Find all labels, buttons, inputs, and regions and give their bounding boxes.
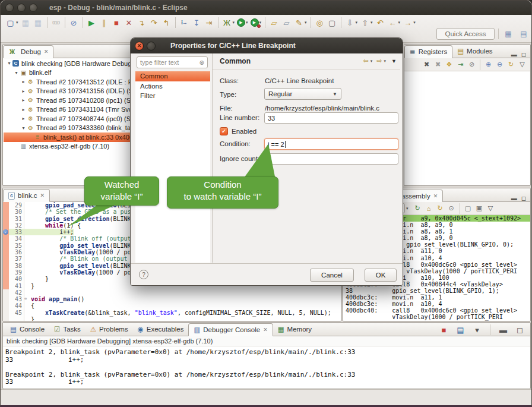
console-dropdown-button[interactable]: ▾ <box>471 324 483 336</box>
external-tools-button[interactable]: ▶▾ <box>249 17 263 29</box>
next-annotation-dropdown-icon[interactable]: ▾ <box>356 20 358 25</box>
ok-button[interactable]: OK <box>365 269 397 282</box>
new-wizard-dropdown-icon[interactable]: ▾ <box>16 20 18 25</box>
add-register-group-button[interactable]: ❖ <box>444 59 455 71</box>
disconnect-button[interactable]: ✕ <box>123 17 135 29</box>
back-dropdown-icon[interactable]: ▾ <box>398 20 401 25</box>
clear-filter-icon[interactable]: ⊗ <box>200 59 204 66</box>
tab-close-icon[interactable]: ✕ <box>263 327 268 333</box>
maximize-view-icon[interactable]: ◻ <box>521 195 526 201</box>
code-line[interactable]: 44{ <box>3 302 341 309</box>
forward-dropdown-icon[interactable]: ▾ <box>384 59 387 64</box>
forward-dropdown-icon[interactable]: ▾ <box>413 20 416 25</box>
filter-input[interactable]: type filter text ⊗ <box>137 56 208 68</box>
back-button[interactable]: ←▾ <box>387 17 402 29</box>
code-line[interactable]: 43⊖void app_main() <box>3 296 341 302</box>
line-number-input[interactable]: 33 <box>264 112 398 124</box>
dialog-nav-item-common[interactable]: Common <box>135 71 210 81</box>
enabled-checkbox[interactable]: ✓ <box>220 127 228 135</box>
ignore-count-input[interactable]: 0 <box>264 153 398 165</box>
mark-occurrences-button[interactable]: ▢ <box>326 17 338 29</box>
step-return-button[interactable]: ↰ <box>160 17 173 29</box>
console-output[interactable]: Breakpoint 2, blink_task (pvParameter=0x… <box>3 346 530 388</box>
window-close-button[interactable] <box>5 4 14 12</box>
back-arrow-icon[interactable]: ⇦ <box>363 57 369 65</box>
tree-twistie-icon[interactable]: ▾ <box>6 61 12 66</box>
forward-button[interactable]: →▾ <box>401 17 417 29</box>
disassembly-line[interactable]: vTaskDelay(1000 / portTICK_PERI <box>343 314 530 320</box>
tree-twistie-icon[interactable]: ▸ <box>20 89 27 94</box>
open-resource-button[interactable]: ▱ <box>280 17 293 29</box>
window-minimize-button[interactable] <box>17 4 26 12</box>
tab-console[interactable]: ▤Console <box>5 323 49 336</box>
registers-view-menu-button[interactable]: ▽ <box>517 59 528 71</box>
save-button[interactable]: ▦ <box>20 17 32 29</box>
maximize-console-button[interactable]: ◻ <box>514 324 526 336</box>
annotate-dropdown-icon[interactable]: ▾ <box>305 20 307 25</box>
help-button[interactable]: ? <box>139 270 148 279</box>
search-button[interactable]: ◎ <box>314 17 326 29</box>
tab-close-icon[interactable]: ✕ <box>433 193 438 199</box>
display-selected-console-button[interactable]: ▤ <box>454 324 467 336</box>
tab-problems[interactable]: ⚠Problems <box>86 323 133 336</box>
condition-input[interactable]: i == 2 <box>264 138 398 150</box>
terminate-console-button[interactable]: ■ <box>438 324 450 336</box>
fold-marker-icon[interactable]: ⊖ <box>24 296 29 302</box>
disassembly-line[interactable]: 400dbc3c: movi.n a11, 1 <box>343 294 530 301</box>
previous-annotation-dropdown-icon[interactable]: ▾ <box>370 20 373 25</box>
suspend-button[interactable]: ∥ <box>98 17 110 29</box>
tab-blink-c[interactable]: c blink.c ✕ <box>3 189 50 202</box>
last-edit-location-button[interactable]: ↶ <box>374 17 387 29</box>
build-binary-button[interactable]: 010 <box>50 17 62 29</box>
tab-executables[interactable]: ◉Executables <box>133 323 189 336</box>
refresh-registers-button[interactable]: ↻ <box>505 59 517 71</box>
tab-memory[interactable]: ▦Memory <box>273 323 316 336</box>
tab-debugger-console[interactable]: ▥Debugger Console✕ <box>188 323 273 336</box>
remove-selected-button[interactable]: ✖ <box>421 59 432 71</box>
registers-content[interactable] <box>405 72 530 185</box>
code-line[interactable]: 42 <box>3 289 341 296</box>
run-button[interactable]: ▶▾ <box>236 17 249 29</box>
type-dropdown[interactable]: Regular ▼ <box>264 88 341 100</box>
tab-registers[interactable]: ≣Registers <box>404 45 452 58</box>
step-over-button[interactable]: ↷ <box>148 17 160 29</box>
tab-tasks[interactable]: ☑Tasks <box>49 323 86 336</box>
sync-with-active-context-button[interactable]: ↻ <box>435 203 446 214</box>
breakpoint-icon[interactable]: ✓ <box>3 229 8 235</box>
minimize-view-icon[interactable]: ▬ <box>511 51 517 58</box>
tree-twistie-icon[interactable]: ▾ <box>20 125 27 131</box>
refresh-disassembly-button[interactable]: ↻ <box>412 203 423 214</box>
forward-arrow-icon[interactable]: ⇨ <box>376 57 382 65</box>
deselect-button[interactable]: ⊘ <box>466 59 477 71</box>
export-registers-button[interactable]: ⇥ <box>455 59 466 71</box>
dialog-nav-item-actions[interactable]: Actions <box>135 81 210 92</box>
annotate-button[interactable]: ✎▾ <box>293 17 308 29</box>
open-new-view-button[interactable]: ▢ <box>463 203 474 214</box>
disassembly-line[interactable]: 38 gpio_set_level(BLINK_GPIO, 1); <box>343 288 530 294</box>
collapse-all-button[interactable]: ⊖ <box>494 59 505 71</box>
tree-twistie-icon[interactable]: ▾ <box>13 70 20 75</box>
view-menu-icon[interactable]: ▼ <box>391 58 397 64</box>
cancel-button[interactable]: Cancel <box>310 269 354 282</box>
run-dropdown-icon[interactable]: ▾ <box>246 20 248 25</box>
tab-debug[interactable]: Ж Debug ✕ <box>3 45 53 58</box>
window-maximize-button[interactable] <box>29 4 37 12</box>
minimize-console-button[interactable]: ▬ <box>497 324 509 336</box>
debug-dropdown-icon[interactable]: ▾ <box>233 20 235 25</box>
debug-button[interactable]: Ж▾ <box>221 17 236 29</box>
tree-twistie-icon[interactable]: ▸ <box>20 116 27 121</box>
disassembly-line[interactable]: 400dbc3e: movi.n a10, 4 <box>343 301 530 307</box>
dialog-minimize-button[interactable] <box>147 42 156 51</box>
tab-close-icon[interactable]: ✕ <box>40 193 45 198</box>
dialog-nav-item-filter[interactable]: Filter <box>135 91 210 101</box>
new-wizard-button[interactable]: ▢▾ <box>4 17 20 29</box>
drop-to-frame-button[interactable]: ↧ <box>191 17 203 29</box>
maximize-view-icon[interactable]: ◻ <box>521 51 526 58</box>
tab-modules[interactable]: ▤Modules <box>452 45 497 58</box>
step-into-button[interactable]: ↴ <box>135 17 148 29</box>
track-expression-button[interactable]: ⊙ <box>446 203 457 214</box>
quick-access-button[interactable]: Quick Access <box>436 28 495 40</box>
terminate-button[interactable]: ■ <box>110 17 123 29</box>
minimize-view-icon[interactable]: ▬ <box>511 195 517 201</box>
expand-all-button[interactable]: ⊕ <box>483 59 494 71</box>
